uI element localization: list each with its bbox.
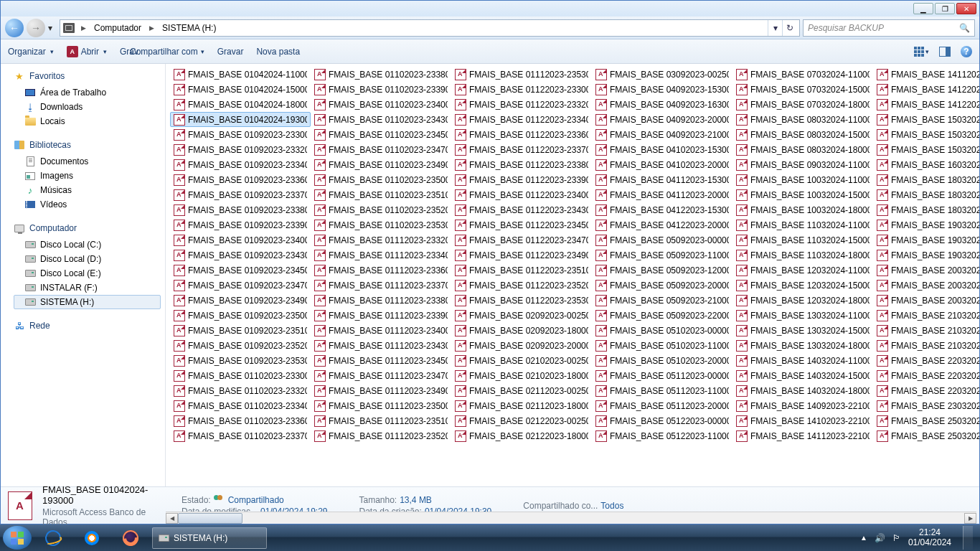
file-item[interactable]: FMAIS_BASE 05112023-000000 [592, 368, 732, 383]
file-item[interactable]: FMAIS_BASE 05092023-200000 [592, 278, 732, 293]
file-item[interactable]: FMAIS_BASE 01102023-233400 [170, 398, 311, 413]
file-item[interactable]: FMAIS_BASE 01092023-235200 [170, 338, 311, 353]
file-item[interactable]: FMAIS_BASE 01092023-233200 [170, 142, 311, 157]
network-header[interactable]: 🖧Rede [14, 319, 161, 332]
file-item[interactable]: FMAIS_BASE 01092023-235100 [170, 323, 311, 338]
file-item[interactable]: FMAIS_BASE 01092023-233900 [170, 217, 311, 232]
file-item[interactable]: FMAIS_BASE 01102023-233800 [311, 67, 451, 82]
file-item[interactable]: FMAIS_BASE 01092023-235000 [170, 308, 311, 323]
file-item[interactable]: FMAIS_BASE 04112023-153000 [592, 172, 732, 187]
file-item[interactable]: FMAIS_BASE 14032024-180000 [732, 383, 873, 398]
address-dropdown[interactable]: ▾ [768, 20, 782, 36]
taskbar-wmp[interactable] [75, 527, 109, 549]
file-item[interactable]: FMAIS_BASE 14112023-221300 [873, 67, 979, 82]
file-item[interactable]: FMAIS_BASE 04092023-153000 [592, 82, 732, 97]
file-item[interactable]: FMAIS_BASE 20032024- [873, 278, 979, 293]
file-item[interactable]: FMAIS_BASE 22032024- [873, 383, 979, 398]
file-item[interactable]: FMAIS_BASE 13032024-180000 [732, 338, 873, 353]
file-item[interactable]: FMAIS_BASE 02092023-002500 [451, 308, 592, 323]
file-item[interactable]: FMAIS_BASE 07032024-150000 [732, 82, 873, 97]
flag-icon[interactable]: 🏳 [892, 533, 901, 543]
file-item[interactable]: FMAIS_BASE 01042024-193000 [170, 112, 311, 127]
tray-overflow[interactable]: ▲ [860, 534, 867, 542]
file-item[interactable]: FMAIS_BASE 01092023-234300 [170, 248, 311, 263]
file-item[interactable]: FMAIS_BASE 05102023-000000 [592, 323, 732, 338]
burn-button[interactable]: Gravar [217, 47, 244, 57]
file-item[interactable]: FMAIS_BASE 01122023-234500 [451, 217, 592, 232]
sidebar-drive-e[interactable]: Disco Local (E:) [14, 266, 161, 281]
file-item[interactable]: FMAIS_BASE 01122023-233400 [451, 112, 592, 127]
file-item[interactable]: FMAIS_BASE 01122023-233800 [451, 157, 592, 172]
file-item[interactable]: FMAIS_BASE 15032024- [873, 142, 979, 157]
file-item[interactable]: FMAIS_BASE 16032024- [873, 157, 979, 172]
scroll-right-button[interactable]: ▶ [964, 513, 976, 524]
minimize-button[interactable]: ▁ [913, 3, 933, 14]
scroll-track[interactable] [178, 513, 964, 524]
file-item[interactable]: FMAIS_BASE 01112023-233900 [311, 308, 451, 323]
file-item[interactable]: FMAIS_BASE 01122023-235200 [451, 278, 592, 293]
file-item[interactable]: FMAIS_BASE 02122023-002500 [451, 413, 592, 428]
file-item[interactable]: FMAIS_BASE 01102023-233700 [170, 428, 311, 443]
preview-pane-toggle[interactable] [939, 47, 951, 57]
file-item[interactable]: FMAIS_BASE 01092023-233600 [170, 172, 311, 187]
file-item[interactable]: FMAIS_BASE 01102023-234900 [311, 157, 451, 172]
share-menu[interactable]: Grav Compartilhar com ▾ [120, 47, 204, 57]
file-item[interactable]: FMAIS_BASE 04102023-153000 [592, 142, 732, 157]
address-bar[interactable]: ▶ Computador ▶ SISTEMA (H:) ▾ ↻ [60, 19, 800, 37]
file-item[interactable]: FMAIS_BASE 05092023-220000 [592, 308, 732, 323]
file-item[interactable]: FMAIS_BASE 05122023-110000 [592, 428, 732, 443]
file-item[interactable]: FMAIS_BASE 01042024-110000 [170, 67, 311, 82]
file-item[interactable]: FMAIS_BASE 01122023-233000 [451, 82, 592, 97]
file-item[interactable]: FMAIS_BASE 01102023-235200 [311, 202, 451, 217]
file-item[interactable]: FMAIS_BASE 01102023-234000 [311, 97, 451, 112]
file-item[interactable]: FMAIS_BASE 02122023-180000 [451, 428, 592, 443]
file-item[interactable]: FMAIS_BASE 01042024-150000 [170, 82, 311, 97]
file-item[interactable]: FMAIS_BASE 05102023-110000 [592, 338, 732, 353]
file-item[interactable]: FMAIS_BASE 19032024- [873, 232, 979, 248]
file-item[interactable]: FMAIS_BASE 13032024-110000 [732, 308, 873, 323]
file-item[interactable]: FMAIS_BASE 01112023-233800 [311, 293, 451, 308]
file-item[interactable]: FMAIS_BASE 01122023-233600 [451, 127, 592, 142]
file-item[interactable]: FMAIS_BASE 25032024- [873, 428, 979, 443]
file-item[interactable]: FMAIS_BASE 01102023-235100 [311, 187, 451, 202]
file-item[interactable]: FMAIS_BASE 04102023-200000 [592, 157, 732, 172]
crumb-sep-icon[interactable]: ▶ [147, 24, 156, 32]
file-item[interactable]: FMAIS_BASE 01102023-233900 [311, 82, 451, 97]
breadcrumb-current[interactable]: SISTEMA (H:) [161, 23, 217, 33]
sidebar-recent[interactable]: Locais [14, 114, 161, 128]
file-item[interactable]: FMAIS_BASE 01102023-234500 [311, 127, 451, 142]
file-item[interactable]: FMAIS_BASE 21032024- [873, 338, 979, 353]
file-item[interactable]: FMAIS_BASE 10032024-110000 [732, 172, 873, 187]
file-item[interactable]: FMAIS_BASE 01112023-234300 [311, 338, 451, 353]
file-item[interactable]: FMAIS_BASE 04092023-200000 [592, 112, 732, 127]
file-item[interactable]: FMAIS_BASE 14032024-110000 [732, 353, 873, 368]
file-item[interactable]: FMAIS_BASE 14112023-221000 [732, 428, 873, 443]
file-item[interactable]: FMAIS_BASE 05092023-000000 [592, 232, 732, 248]
file-item[interactable]: FMAIS_BASE 22032024- [873, 368, 979, 383]
file-item[interactable]: FMAIS_BASE 05092023-210000 [592, 293, 732, 308]
file-item[interactable]: FMAIS_BASE 01112023-235300 [451, 67, 592, 82]
file-item[interactable]: FMAIS_BASE 04122023-153000 [592, 202, 732, 217]
file-item[interactable]: FMAIS_BASE 25032024- [873, 413, 979, 428]
file-item[interactable]: FMAIS_BASE 01112023-234000 [311, 323, 451, 338]
file-item[interactable]: FMAIS_BASE 15032024- [873, 112, 979, 127]
file-item[interactable]: FMAIS_BASE 15032024- [873, 127, 979, 142]
file-item[interactable]: FMAIS_BASE 01112023-235200 [311, 428, 451, 443]
sidebar-videos[interactable]: Vídeos [14, 197, 161, 212]
file-item[interactable]: FMAIS_BASE 11032024-150000 [732, 232, 873, 248]
file-item[interactable]: FMAIS_BASE 07032024-110000 [732, 67, 873, 82]
sidebar-documents[interactable]: Documentos [14, 154, 161, 169]
file-item[interactable]: FMAIS_BASE 01122023-233700 [451, 142, 592, 157]
sidebar-music[interactable]: ♪Músicas [14, 183, 161, 197]
file-item[interactable]: FMAIS_BASE 14122023-221000 [873, 82, 979, 97]
file-item[interactable]: FMAIS_BASE 01102023-233200 [170, 383, 311, 398]
file-item[interactable]: FMAIS_BASE 04122023-200000 [592, 217, 732, 232]
file-item[interactable]: FMAIS_BASE 02102023-002500 [451, 353, 592, 368]
file-item[interactable]: FMAIS_BASE 11032024-110000 [732, 217, 873, 232]
file-item[interactable]: FMAIS_BASE 01102023-234300 [311, 112, 451, 127]
file-item[interactable]: FMAIS_BASE 01122023-233900 [451, 172, 592, 187]
file-item[interactable]: FMAIS_BASE 01092023-233400 [170, 157, 311, 172]
file-item[interactable]: FMAIS_BASE 01102023-233600 [170, 413, 311, 428]
file-item[interactable]: FMAIS_BASE 12032024-180000 [732, 293, 873, 308]
file-item[interactable]: FMAIS_BASE 01122023-234900 [451, 248, 592, 263]
